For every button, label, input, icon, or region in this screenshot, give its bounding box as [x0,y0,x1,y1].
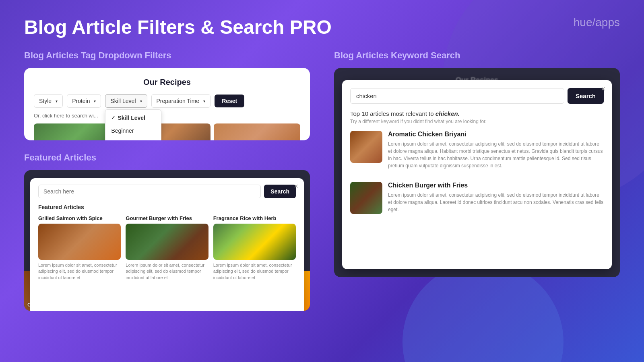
result-image-2 [350,182,382,214]
skill-level-option-beginner[interactable]: Beginner [105,124,161,137]
protein-label: Protein [72,98,90,104]
featured-section: Featured Articles × Search Featured Arti… [24,152,310,311]
right-column: Blog Articles Keyword Search Our Recipes… [334,50,620,311]
article-desc-1: Lorem ipsum dolor sit amet, consectetur … [38,262,121,281]
article-card-1: Grilled Salmon with Spice Lorem ipsum do… [38,215,121,281]
page-title: Blog Article Filters & Search PRO [24,16,620,38]
style-label: Style [39,98,52,104]
skill-chevron-icon: ▾ [140,99,142,103]
results-subtext: Try a different keyword if you didnt fin… [350,119,604,124]
skill-level-option-intermediate[interactable]: Intermediate [105,137,161,140]
results-keyword: chicken [436,110,458,117]
article-title-2: Gourmet Burger with Fries [126,215,208,221]
food-images-row [34,123,300,140]
modal-close-button[interactable]: × [294,182,298,191]
style-chevron-icon: ▾ [56,99,58,103]
filter-row: Style ▾ Protein ▾ Skill Level ▾ [34,94,300,108]
keyword-search-input[interactable] [350,88,564,104]
modal-search-row: Search [38,185,296,198]
reset-button[interactable]: Reset [215,95,244,107]
results-prefix: Top 10 articles most relevant to [350,110,434,117]
result-divider [350,176,604,176]
filters-section-title: Blog Articles Tag Dropdown Filters [24,50,310,61]
article-title-3: Fragrance Rice with Herb [213,215,296,221]
prep-time-label: Preparation Time [157,98,200,104]
search-modal-close-button[interactable]: × [601,85,605,93]
prep-time-dropdown[interactable]: Preparation Time ▾ [151,94,211,108]
result-title-2: Chicken Burger with Fries [388,182,604,189]
results-heading: Top 10 articles most relevant to chicken… [350,110,604,117]
protein-dropdown[interactable]: Protein ▾ [67,94,101,108]
result-image-1 [350,131,382,163]
left-column: Blog Articles Tag Dropdown Filters Our R… [24,50,310,311]
article-desc-2: Lorem ipsum dolor sit amet, consectetur … [126,262,208,281]
brand-logo: hue/apps [574,16,620,29]
article-image-1 [38,224,121,260]
search-modal-row: Search [350,88,604,104]
skill-option-label-1: Beginner [111,128,134,134]
article-title-1: Grilled Salmon with Spice [38,215,121,221]
skill-level-dropdown-container: Skill Level ▾ ✓ Skill Level Beginner [105,94,147,108]
result-content-2: Chicken Burger with Fries Lorem ipsum do… [388,182,604,214]
articles-grid: Grilled Salmon with Spice Lorem ipsum do… [38,215,296,281]
keyword-section-title: Blog Articles Keyword Search [334,50,620,61]
food-image-3 [214,123,300,140]
result-desc-2: Lorem ipsum dolor sit amet, consectetur … [388,191,604,213]
skill-level-dropdown[interactable]: Skill Level ▾ [105,94,147,108]
keyword-search-button[interactable]: Search [568,88,604,104]
keyword-search-modal: × Search Top 10 articles most relevant t… [342,80,612,269]
article-image-3 [213,224,296,260]
article-card-2: Gourmet Burger with Fries Lorem ipsum do… [126,215,208,281]
article-image-2 [126,224,208,260]
skill-level-option-all[interactable]: ✓ Skill Level [105,111,161,124]
search-hint: Or, click here to search wi... [34,113,300,119]
skill-level-menu: ✓ Skill Level Beginner Intermediate Adva… [105,109,161,140]
featured-section-title: Featured Articles [24,152,310,163]
article-card-3: Fragrance Rice with Herb Lorem ipsum dol… [213,215,296,281]
article-desc-3: Lorem ipsum dolor sit amet, consectetur … [213,262,296,281]
result-title-1: Aromatic Chicken Briyani [388,131,604,138]
prep-time-chevron-icon: ▾ [203,99,205,103]
filters-card-title: Our Recipes [34,78,300,87]
filters-card: Our Recipes Style ▾ Protein ▾ [24,68,310,140]
result-content-1: Aromatic Chicken Briyani Lorem ipsum dol… [388,131,604,169]
check-icon: ✓ [111,115,115,121]
result-item-1: Aromatic Chicken Briyani Lorem ipsum dol… [350,131,604,169]
featured-search-input[interactable] [38,185,261,198]
skill-option-label-0: Skill Level [118,115,145,121]
protein-chevron-icon: ▾ [94,99,96,103]
skill-level-label: Skill Level [110,98,136,104]
featured-card: × Search Featured Articles Grilled Salmo… [24,170,310,311]
featured-search-button[interactable]: Search [264,185,296,198]
style-dropdown[interactable]: Style ▾ [34,94,63,108]
featured-articles-label: Featured Articles [38,204,296,210]
keyword-search-card: Our Recipes × Search Top 10 articles mos… [334,68,620,277]
result-desc-1: Lorem ipsum dolor sit amet, consectetur … [388,140,604,169]
result-item-2: Chicken Burger with Fries Lorem ipsum do… [350,182,604,214]
featured-modal: × Search Featured Articles Grilled Salmo… [30,178,304,311]
